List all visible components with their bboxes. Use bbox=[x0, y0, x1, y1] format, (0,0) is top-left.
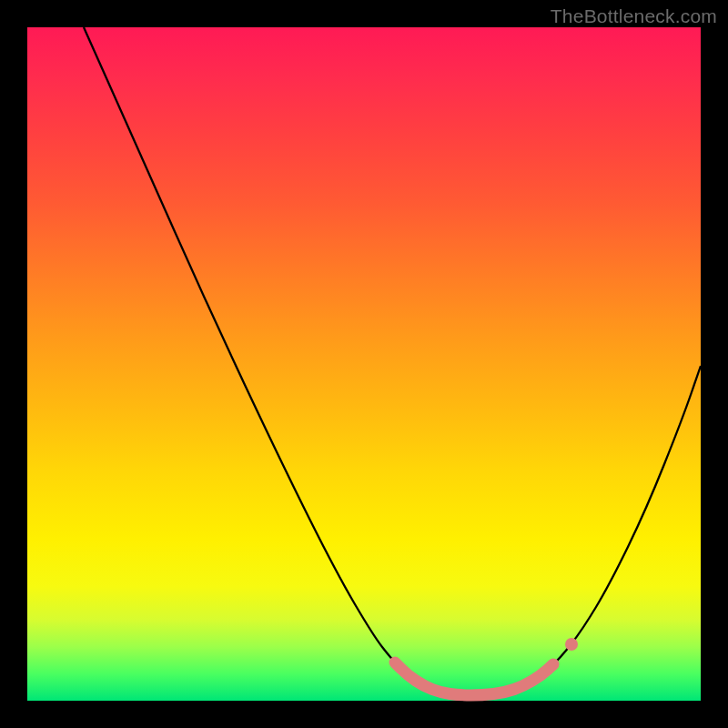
chart-plot-area bbox=[27, 27, 701, 701]
bottleneck-curve bbox=[84, 27, 701, 695]
chart-svg bbox=[27, 27, 701, 701]
chart-frame: TheBottleneck.com bbox=[0, 0, 728, 728]
highlight-dot bbox=[565, 638, 578, 651]
watermark-text: TheBottleneck.com bbox=[551, 5, 717, 27]
highlight-band bbox=[395, 662, 553, 695]
